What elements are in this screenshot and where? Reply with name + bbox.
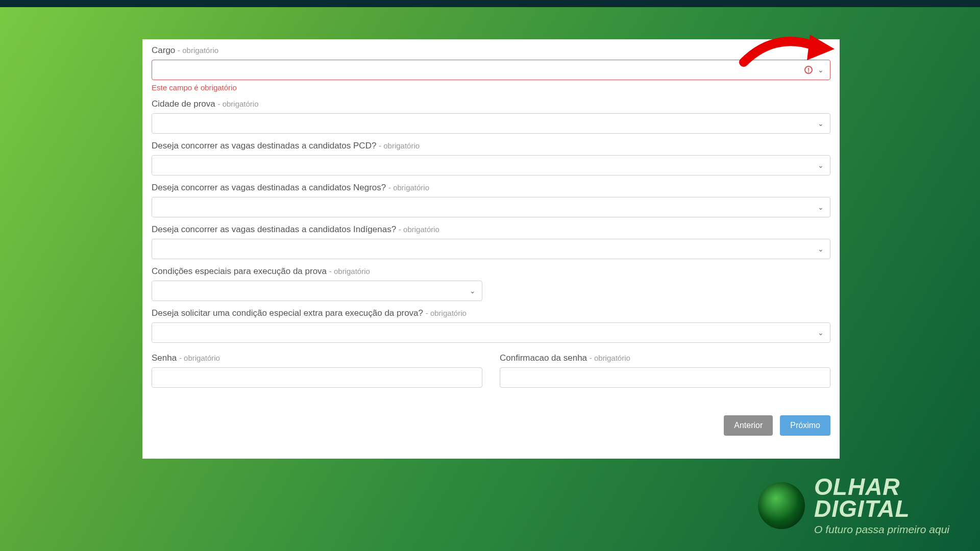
select-indigenas[interactable]: ⌄ [152,239,830,259]
label-pcd-req: - obrigatório [379,141,420,150]
field-negros: Deseja concorrer as vagas destinadas a c… [152,183,830,217]
label-condicoes-text: Condições especiais para execução da pro… [152,266,327,276]
label-pcd-text: Deseja concorrer as vagas destinadas a c… [152,141,376,151]
select-negros[interactable]: ⌄ [152,197,830,217]
label-cargo: Cargo - obrigatório [152,45,830,56]
select-cargo[interactable]: ! ⌄ [152,60,830,80]
brand-watermark: OLHAR DIGITAL O futuro passa primeiro aq… [758,476,949,536]
field-cargo: Cargo - obrigatório ! ⌄ Este campo é obr… [152,45,830,92]
field-condicoes: Condições especiais para execução da pro… [152,266,830,301]
label-extra: Deseja solicitar uma condição especial e… [152,308,830,318]
input-confirmacao[interactable] [500,367,830,388]
label-cargo-text: Cargo [152,45,175,55]
label-negros: Deseja concorrer as vagas destinadas a c… [152,183,830,193]
chevron-down-icon: ⌄ [818,245,824,253]
next-button[interactable]: Próximo [780,415,830,436]
form-panel: Cargo - obrigatório ! ⌄ Este campo é obr… [142,39,840,459]
label-extra-text: Deseja solicitar uma condição especial e… [152,308,423,318]
chevron-down-icon: ⌄ [818,161,824,169]
label-negros-text: Deseja concorrer as vagas destinadas a c… [152,183,386,192]
field-senha: Senha - obrigatório [152,353,482,388]
brand-tagline: O futuro passa primeiro aqui [814,523,949,536]
label-condicoes-req: - obrigatório [329,267,370,276]
label-confirmacao-text: Confirmacao da senha [500,353,587,363]
error-message-cargo: Este campo é obrigatório [152,83,830,92]
previous-button[interactable]: Anterior [724,415,773,436]
label-cidade-req: - obrigatório [218,99,259,108]
label-confirmacao-req: - obrigatório [590,354,630,362]
button-row: Anterior Próximo [152,415,830,436]
brand-name-line1: OLHAR [814,476,949,498]
label-cidade-text: Cidade de prova [152,99,215,109]
chevron-down-icon: ⌄ [818,119,824,128]
password-row: Senha - obrigatório Confirmacao da senha… [152,350,830,395]
label-negros-req: - obrigatório [388,183,429,192]
page-background: Cargo - obrigatório ! ⌄ Este campo é obr… [0,0,980,551]
globe-icon [758,482,805,529]
select-extra[interactable]: ⌄ [152,322,830,343]
label-confirmacao: Confirmacao da senha - obrigatório [500,353,830,363]
select-condicoes[interactable]: ⌄ [152,281,482,301]
chevron-down-icon: ⌄ [818,329,824,337]
brand-name-line2: DIGITAL [814,498,949,520]
select-cidade[interactable]: ⌄ [152,113,830,134]
input-senha[interactable] [152,367,482,388]
select-pcd[interactable]: ⌄ [152,155,830,176]
field-pcd: Deseja concorrer as vagas destinadas a c… [152,141,830,176]
error-icon: ! [804,66,813,74]
label-condicoes: Condições especiais para execução da pro… [152,266,830,277]
field-extra: Deseja solicitar uma condição especial e… [152,308,830,343]
label-senha: Senha - obrigatório [152,353,482,363]
field-indigenas: Deseja concorrer as vagas destinadas a c… [152,224,830,259]
label-cidade: Cidade de prova - obrigatório [152,99,830,109]
label-pcd: Deseja concorrer as vagas destinadas a c… [152,141,830,151]
label-senha-text: Senha [152,353,177,363]
label-cargo-req: - obrigatório [178,46,218,55]
field-confirmacao: Confirmacao da senha - obrigatório [500,353,830,388]
label-senha-req: - obrigatório [179,354,220,362]
label-extra-req: - obrigatório [426,309,467,317]
label-indigenas-req: - obrigatório [399,225,439,234]
chevron-down-icon: ⌄ [818,203,824,211]
chevron-down-icon: ⌄ [470,287,476,295]
field-cidade: Cidade de prova - obrigatório ⌄ [152,99,830,134]
chevron-down-icon: ⌄ [818,66,824,74]
label-indigenas: Deseja concorrer as vagas destinadas a c… [152,224,830,235]
label-indigenas-text: Deseja concorrer as vagas destinadas a c… [152,224,396,234]
brand-text-block: OLHAR DIGITAL O futuro passa primeiro aq… [814,476,949,536]
